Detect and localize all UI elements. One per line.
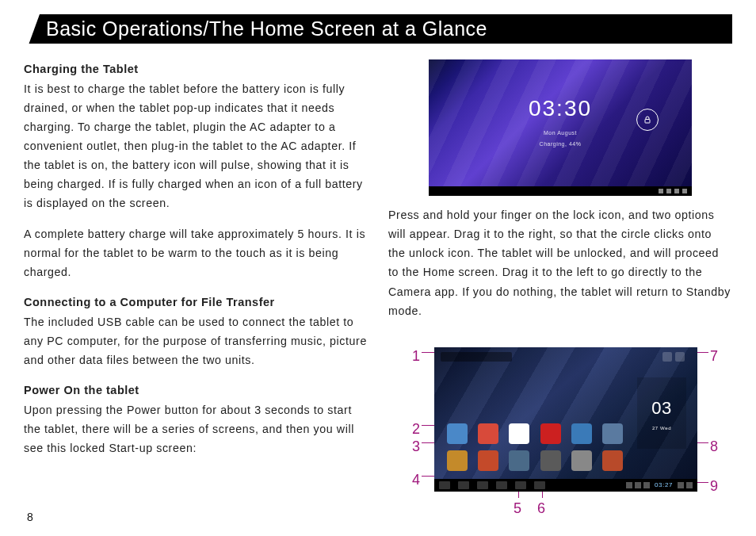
home-icon (458, 481, 469, 489)
app-icon (478, 450, 498, 471)
menu-icon (675, 352, 685, 362)
status-tray: 03:27 (626, 480, 693, 491)
vol-down-icon (515, 481, 526, 489)
content-columns: Charging the Tablet It is best to charge… (24, 59, 732, 469)
notification-icon (626, 482, 632, 488)
app-icon (571, 450, 592, 471)
widget-date: 27 Wed (652, 424, 671, 432)
lockscreen-bottombar (429, 186, 692, 196)
lockscreen-date: Mon August (529, 129, 592, 139)
homescreen-image: 03 27 Wed (434, 347, 697, 492)
left-column: Charging the Tablet It is best to charge… (24, 59, 368, 469)
page-number: 8 (27, 511, 33, 523)
app-icon (509, 423, 529, 444)
notification-icon (635, 482, 641, 488)
callout-8: 8 (710, 435, 719, 459)
app-drawer-icon (662, 352, 672, 362)
widget-hour: 03 (651, 393, 672, 423)
text-charging-1: It is best to charge the tablet before t… (24, 82, 363, 210)
page-title: Basic Operations/The Home Screen at a Gl… (24, 14, 732, 44)
wifi-icon (678, 482, 684, 488)
app-icon (447, 423, 468, 444)
lockscreen-status: Charging, 44% (529, 140, 592, 149)
svg-rect-0 (645, 119, 650, 123)
clock-widget: 03 27 Wed (637, 377, 686, 449)
app-icon (571, 423, 592, 444)
callout-5: 5 (514, 496, 522, 521)
callout-4: 4 (412, 468, 421, 492)
heading-charging: Charging the Tablet (24, 63, 139, 75)
status-time: 03:27 (655, 480, 673, 491)
lockscreen-image: 03:30 Mon August Charging, 44% (429, 59, 692, 196)
top-right-icons (662, 352, 691, 362)
lockscreen-time: 03:30 (529, 90, 592, 128)
battery-icon (686, 482, 693, 488)
back-icon (439, 481, 450, 489)
vol-up-icon (534, 481, 545, 489)
text-connecting: The included USB cable can be used to co… (24, 316, 367, 366)
app-icon (602, 450, 623, 471)
recent-icon (477, 481, 488, 489)
app-icon (509, 450, 529, 471)
app-icon (540, 423, 561, 444)
screenshot-icon (496, 481, 507, 489)
app-icon (540, 450, 561, 471)
heading-connecting: Connecting to a Computer for File Transf… (24, 296, 275, 308)
callout-9: 9 (710, 474, 719, 499)
page-title-text: Basic Operations/The Home Screen at a Gl… (46, 17, 487, 40)
heading-poweron: Power On the tablet (24, 384, 139, 396)
notification-icon (643, 482, 650, 488)
text-charging-2: A complete battery charge will take appr… (24, 224, 368, 281)
text-poweron: Upon pressing the Power button for about… (24, 404, 354, 454)
callout-1: 1 (412, 344, 421, 369)
right-column: 03:30 Mon August Charging, 44% Press and… (388, 59, 732, 469)
lock-icon (636, 109, 659, 131)
search-bar-icon (441, 352, 512, 362)
app-grid (444, 423, 626, 471)
callout-7: 7 (710, 344, 719, 369)
app-icon (447, 450, 468, 471)
navigation-bar: 03:27 (434, 479, 697, 492)
app-icon (602, 423, 623, 444)
callout-3: 3 (412, 435, 421, 459)
lockscreen-clock: 03:30 Mon August Charging, 44% (529, 90, 592, 149)
text-lockscreen-instructions: Press and hold your finger on the lock i… (388, 205, 732, 320)
callout-6: 6 (537, 496, 546, 521)
app-icon (478, 423, 498, 444)
